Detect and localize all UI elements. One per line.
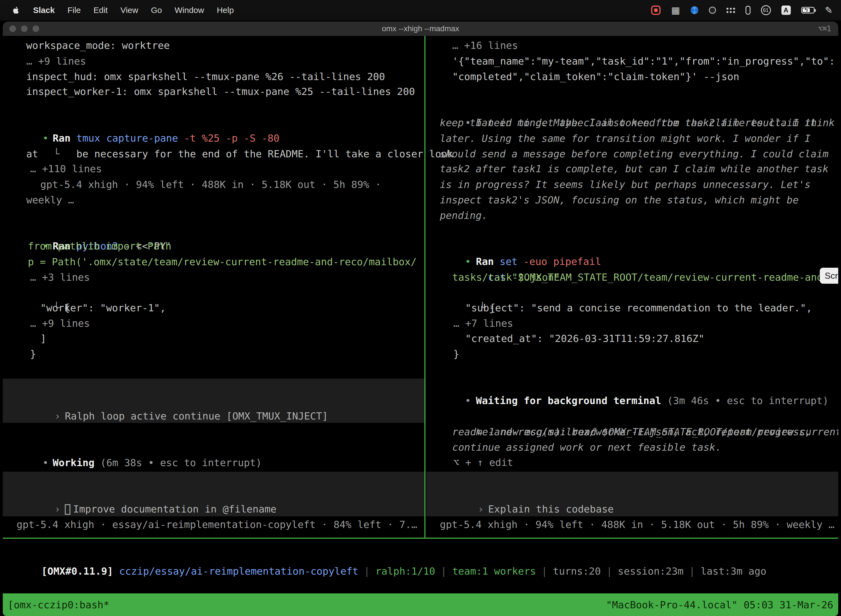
blue-app-icon[interactable] bbox=[691, 6, 698, 14]
screen-capture-pill[interactable]: Scre bbox=[820, 268, 838, 284]
command-output-line: } bbox=[453, 346, 459, 362]
reasoning-line: is in progress? It seems likely but perh… bbox=[440, 177, 811, 192]
config-line: workspace_mode: worktree bbox=[26, 38, 170, 53]
tmux-status-bar: [omx-cczip0:bash* "MacBook-Pro-44.local"… bbox=[3, 593, 838, 616]
code-line: p = Path('.omx/state/team/review-current… bbox=[28, 254, 417, 270]
prompt-suggestion-band: ›Ralph loop active continue [OMX_TMUX_IN… bbox=[3, 378, 424, 423]
mailbox-message-line: readme-and-reco/mailbox/worker-1.json, a… bbox=[452, 424, 811, 440]
pane-divider-horizontal bbox=[3, 538, 838, 539]
config-line: inspect_worker-1: omx sparkshell --tmux-… bbox=[26, 84, 415, 99]
omx-status-line: [OMX#0.11.9] cczip/essay/ai-reimplementa… bbox=[6, 548, 766, 594]
session-time: session:23m bbox=[618, 566, 683, 577]
minimize-button[interactable] bbox=[21, 25, 28, 32]
reasoning-line: task2 after task1 is complete, but can I… bbox=[440, 161, 829, 177]
reasoning-line: pending. bbox=[440, 208, 488, 223]
menu-item-go[interactable]: Go bbox=[151, 6, 162, 15]
command-output-line: "subject": "send a concise recommendatio… bbox=[465, 300, 812, 316]
menu-app-name[interactable]: Slack bbox=[33, 6, 55, 15]
prompt-chevron-icon: › bbox=[478, 503, 484, 515]
window-title-bar: omx --xhigh --madmax ⌥⌘1 bbox=[3, 22, 838, 36]
collapsed-lines: … +7 lines bbox=[453, 316, 513, 331]
prompt-chevron-icon: › bbox=[54, 503, 60, 515]
menu-item-view[interactable]: View bbox=[120, 6, 138, 15]
command-output-line: } bbox=[30, 346, 36, 362]
battery-icon[interactable]: ϟ bbox=[801, 7, 815, 13]
command-output-line: ] bbox=[40, 331, 46, 346]
ralph-counter: ralph:1/10 bbox=[375, 566, 435, 577]
battery-bolt-icon: ϟ bbox=[805, 6, 808, 13]
repo-path: cczip/essay/ai-reimplementation-copyleft bbox=[119, 566, 358, 577]
menu-item-window[interactable]: Window bbox=[175, 6, 204, 15]
screen-record-stop-icon[interactable] bbox=[651, 6, 661, 15]
close-button[interactable] bbox=[9, 25, 16, 32]
command-arg-line: '{"team_name":"my-team","task_id":"1","f… bbox=[452, 54, 835, 69]
edit-hint: ⌥ + ↑ edit bbox=[453, 455, 513, 470]
window-title: omx --xhigh --madmax bbox=[382, 24, 459, 33]
grid-table-icon[interactable]: ▦ bbox=[671, 5, 680, 16]
code-line: tasks/task-2.json" bbox=[452, 270, 560, 285]
command-arg-line: "completed","claim_token":"claim-token"}… bbox=[452, 69, 739, 84]
pencil-icon[interactable]: ✎ bbox=[825, 5, 833, 16]
zoom-button[interactable] bbox=[32, 25, 39, 32]
omx-version: [OMX#0.11.9] bbox=[41, 566, 113, 577]
prompt-suggestion-band: ›Explain this codebase bbox=[426, 472, 838, 516]
reasoning-line: later. Using the same for transition mig… bbox=[440, 131, 811, 146]
bullet-icon: • bbox=[465, 395, 471, 406]
terminal-content: workspace_mode: worktree … +9 lines insp… bbox=[3, 36, 838, 616]
menu-item-file[interactable]: File bbox=[67, 6, 81, 15]
tmux-host-clock: "MacBook-Pro-44.local" 05:03 31-Mar-26 bbox=[606, 599, 833, 610]
team-workers: team:1 workers bbox=[452, 566, 536, 577]
input-source-icon[interactable]: A bbox=[781, 6, 791, 15]
mailbox-message-line: continue assigned work or next feasible … bbox=[452, 440, 721, 455]
usage-footer: gpt-5.4 xhigh · essay/ai-reimplementatio… bbox=[16, 517, 417, 532]
last-activity: last:3m ago bbox=[700, 566, 766, 577]
output-gutter-icon: └ bbox=[54, 148, 60, 160]
dots-grid-icon[interactable] bbox=[727, 8, 735, 13]
badge-61-icon[interactable]: 61 bbox=[761, 5, 771, 15]
macos-menu-bar: Slack File Edit View Go Window Help ▦ 61… bbox=[0, 0, 841, 21]
menu-item-help[interactable]: Help bbox=[217, 6, 234, 15]
terminal-window: omx --xhigh --madmax ⌥⌘1 workspace_mode:… bbox=[3, 22, 838, 616]
apple-menu-icon[interactable] bbox=[12, 6, 21, 15]
reasoning-line: inspect task2's JSON, focusing on the st… bbox=[440, 192, 799, 208]
bullet-icon: • bbox=[42, 457, 48, 468]
pane-divider-vertical[interactable] bbox=[424, 36, 425, 538]
command-output-line: at bbox=[26, 146, 38, 162]
turns-counter: turns:20 bbox=[553, 566, 601, 577]
device-pill-icon[interactable] bbox=[746, 6, 750, 15]
usage-line: weekly … bbox=[26, 192, 74, 208]
code-line: from pathlib import Path bbox=[28, 238, 171, 254]
window-shortcut: ⌥⌘1 bbox=[818, 25, 831, 33]
prompt-input-band[interactable]: ›Improve documentation in @filename bbox=[3, 472, 424, 516]
usage-line: gpt-5.4 xhigh · 94% left · 488K in · 5.1… bbox=[40, 177, 381, 192]
dark-circle-icon[interactable] bbox=[709, 7, 716, 14]
tmux-session-label: [omx-cczip0:bash* bbox=[8, 599, 109, 610]
collapsed-lines: … +9 lines bbox=[26, 54, 86, 69]
prompt-chevron-icon: › bbox=[54, 411, 60, 422]
collapsed-lines: … +110 lines bbox=[30, 161, 102, 177]
reasoning-line: keep that in mind. Maybe I also need the… bbox=[440, 115, 816, 131]
menu-item-edit[interactable]: Edit bbox=[94, 6, 108, 15]
text-cursor bbox=[65, 504, 70, 515]
collapsed-lines: … +16 lines bbox=[452, 38, 518, 53]
command-output-line: "created_at": "2026-03-31T11:59:27.816Z" bbox=[465, 331, 705, 346]
collapsed-lines: … +3 lines bbox=[30, 270, 90, 285]
collapsed-lines: … +9 lines bbox=[30, 316, 90, 331]
command-output-line: "worker": "worker-1", bbox=[40, 300, 166, 316]
config-line: inspect_hud: omx sparkshell --tmux-pane … bbox=[26, 69, 385, 84]
reasoning-line: should send a message before completing … bbox=[440, 146, 829, 162]
usage-footer: gpt-5.4 xhigh · 94% left · 488K in · 5.1… bbox=[440, 517, 834, 532]
